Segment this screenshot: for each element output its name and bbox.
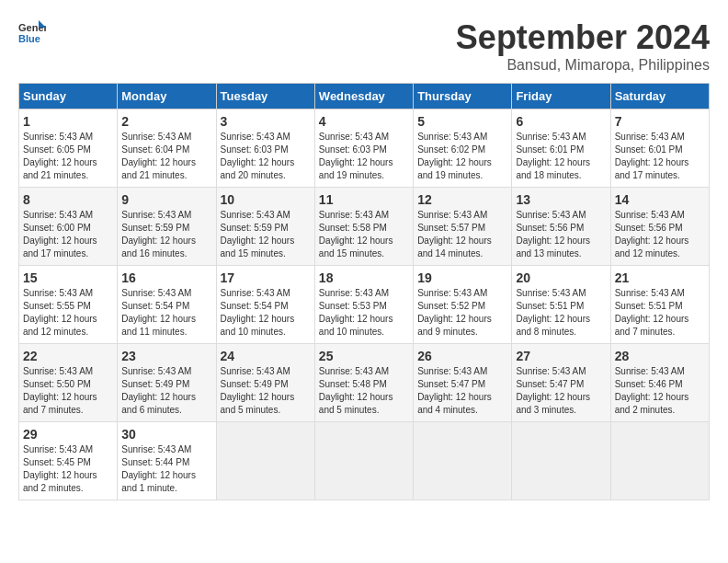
calendar-week-row: 8Sunrise: 5:43 AMSunset: 6:00 PMDaylight… [19,188,710,266]
day-detail: Sunrise: 5:43 AMSunset: 6:01 PMDaylight:… [516,131,606,182]
calendar-day [414,422,512,500]
day-detail: Sunrise: 5:43 AMSunset: 6:03 PMDaylight:… [319,131,409,182]
day-number: 21 [615,270,705,285]
day-detail: Sunrise: 5:43 AMSunset: 6:00 PMDaylight:… [23,209,113,260]
day-detail: Sunrise: 5:43 AMSunset: 6:04 PMDaylight:… [121,131,211,182]
logo-icon: General Blue [18,18,46,46]
calendar-day: 20Sunrise: 5:43 AMSunset: 5:51 PMDayligh… [512,266,610,344]
calendar-day: 17Sunrise: 5:43 AMSunset: 5:54 PMDayligh… [216,266,314,344]
day-detail: Sunrise: 5:43 AMSunset: 6:01 PMDaylight:… [615,131,705,182]
col-thursday: Thursday [414,84,512,109]
day-number: 28 [615,349,705,363]
day-detail: Sunrise: 5:43 AMSunset: 5:47 PMDaylight:… [417,365,507,417]
day-number: 30 [121,427,211,442]
logo: General Blue [18,18,46,46]
calendar-day: 10Sunrise: 5:43 AMSunset: 5:59 PMDayligh… [216,188,314,266]
calendar-day [512,422,610,500]
svg-text:Blue: Blue [18,33,40,44]
calendar-day: 15Sunrise: 5:43 AMSunset: 5:55 PMDayligh… [19,266,118,344]
calendar-day: 23Sunrise: 5:43 AMSunset: 5:49 PMDayligh… [118,344,216,422]
title-area: September 2024 Bansud, Mimaropa, Philipp… [456,18,710,74]
calendar-day: 9Sunrise: 5:43 AMSunset: 5:59 PMDaylight… [118,188,216,266]
day-number: 17 [221,270,311,285]
day-number: 13 [516,192,606,207]
header-row: Sunday Monday Tuesday Wednesday Thursday… [19,84,710,109]
calendar-week-row: 1Sunrise: 5:43 AMSunset: 6:05 PMDaylight… [19,109,710,188]
calendar-week-row: 15Sunrise: 5:43 AMSunset: 5:55 PMDayligh… [19,266,710,344]
calendar-day [314,422,413,500]
day-detail: Sunrise: 5:43 AMSunset: 5:53 PMDaylight:… [319,287,409,339]
calendar-day: 30Sunrise: 5:43 AMSunset: 5:44 PMDayligh… [118,422,216,500]
day-detail: Sunrise: 5:43 AMSunset: 5:49 PMDaylight:… [221,365,311,417]
day-number: 8 [23,192,113,207]
day-detail: Sunrise: 5:43 AMSunset: 5:57 PMDaylight:… [417,209,507,260]
col-wednesday: Wednesday [314,84,413,109]
day-number: 4 [319,114,409,129]
day-detail: Sunrise: 5:43 AMSunset: 6:05 PMDaylight:… [23,131,113,182]
calendar-day: 27Sunrise: 5:43 AMSunset: 5:47 PMDayligh… [512,344,610,422]
col-monday: Monday [118,84,216,109]
calendar-day: 2Sunrise: 5:43 AMSunset: 6:04 PMDaylight… [118,109,216,188]
day-number: 26 [417,349,507,363]
day-number: 12 [417,192,507,207]
calendar-table: Sunday Monday Tuesday Wednesday Thursday… [18,83,710,500]
calendar-day: 6Sunrise: 5:43 AMSunset: 6:01 PMDaylight… [512,109,610,188]
day-detail: Sunrise: 5:43 AMSunset: 6:02 PMDaylight:… [417,131,507,182]
calendar-day: 14Sunrise: 5:43 AMSunset: 5:56 PMDayligh… [610,188,709,266]
day-number: 27 [516,349,606,363]
day-number: 6 [516,114,606,129]
day-number: 2 [121,114,211,129]
day-number: 29 [23,427,113,442]
day-number: 25 [319,349,409,363]
day-detail: Sunrise: 5:43 AMSunset: 5:47 PMDaylight:… [516,365,606,417]
day-number: 24 [221,349,311,363]
day-detail: Sunrise: 5:43 AMSunset: 5:58 PMDaylight:… [319,209,409,260]
day-number: 5 [417,114,507,129]
day-number: 14 [615,192,705,207]
day-detail: Sunrise: 5:43 AMSunset: 5:52 PMDaylight:… [417,287,507,339]
day-detail: Sunrise: 5:43 AMSunset: 5:56 PMDaylight:… [516,209,606,260]
calendar-day: 24Sunrise: 5:43 AMSunset: 5:49 PMDayligh… [216,344,314,422]
day-detail: Sunrise: 5:43 AMSunset: 5:56 PMDaylight:… [615,209,705,260]
day-detail: Sunrise: 5:43 AMSunset: 5:54 PMDaylight:… [221,287,311,339]
calendar-day: 26Sunrise: 5:43 AMSunset: 5:47 PMDayligh… [414,344,512,422]
day-detail: Sunrise: 5:43 AMSunset: 5:50 PMDaylight:… [23,365,113,417]
calendar-day: 3Sunrise: 5:43 AMSunset: 6:03 PMDaylight… [216,109,314,188]
day-detail: Sunrise: 5:43 AMSunset: 5:55 PMDaylight:… [23,287,113,339]
calendar-day: 29Sunrise: 5:43 AMSunset: 5:45 PMDayligh… [19,422,118,500]
calendar-day: 7Sunrise: 5:43 AMSunset: 6:01 PMDaylight… [610,109,709,188]
calendar-day: 13Sunrise: 5:43 AMSunset: 5:56 PMDayligh… [512,188,610,266]
calendar-day: 1Sunrise: 5:43 AMSunset: 6:05 PMDaylight… [19,109,118,188]
day-number: 3 [221,114,311,129]
day-detail: Sunrise: 5:43 AMSunset: 5:49 PMDaylight:… [121,365,211,417]
calendar-subtitle: Bansud, Mimaropa, Philippines [456,57,710,74]
calendar-day: 11Sunrise: 5:43 AMSunset: 5:58 PMDayligh… [314,188,413,266]
col-tuesday: Tuesday [216,84,314,109]
calendar-day: 28Sunrise: 5:43 AMSunset: 5:46 PMDayligh… [610,344,709,422]
day-number: 1 [23,114,113,129]
calendar-day: 19Sunrise: 5:43 AMSunset: 5:52 PMDayligh… [414,266,512,344]
col-saturday: Saturday [610,84,709,109]
calendar-week-row: 29Sunrise: 5:43 AMSunset: 5:45 PMDayligh… [19,422,710,500]
day-detail: Sunrise: 5:43 AMSunset: 5:45 PMDaylight:… [23,443,113,495]
day-number: 10 [221,192,311,207]
calendar-day: 25Sunrise: 5:43 AMSunset: 5:48 PMDayligh… [314,344,413,422]
calendar-title: September 2024 [456,18,710,57]
col-friday: Friday [512,84,610,109]
col-sunday: Sunday [19,84,118,109]
calendar-day: 12Sunrise: 5:43 AMSunset: 5:57 PMDayligh… [414,188,512,266]
day-detail: Sunrise: 5:43 AMSunset: 5:48 PMDaylight:… [319,365,409,417]
day-detail: Sunrise: 5:43 AMSunset: 5:59 PMDaylight:… [121,209,211,260]
calendar-day: 4Sunrise: 5:43 AMSunset: 6:03 PMDaylight… [314,109,413,188]
calendar-day: 16Sunrise: 5:43 AMSunset: 5:54 PMDayligh… [118,266,216,344]
day-number: 15 [23,270,113,285]
calendar-day [610,422,709,500]
day-detail: Sunrise: 5:43 AMSunset: 5:51 PMDaylight:… [516,287,606,339]
day-detail: Sunrise: 5:43 AMSunset: 5:46 PMDaylight:… [615,365,705,417]
calendar-week-row: 22Sunrise: 5:43 AMSunset: 5:50 PMDayligh… [19,344,710,422]
calendar-day [216,422,314,500]
day-number: 11 [319,192,409,207]
calendar-day: 5Sunrise: 5:43 AMSunset: 6:02 PMDaylight… [414,109,512,188]
day-detail: Sunrise: 5:43 AMSunset: 5:59 PMDaylight:… [221,209,311,260]
day-number: 20 [516,270,606,285]
